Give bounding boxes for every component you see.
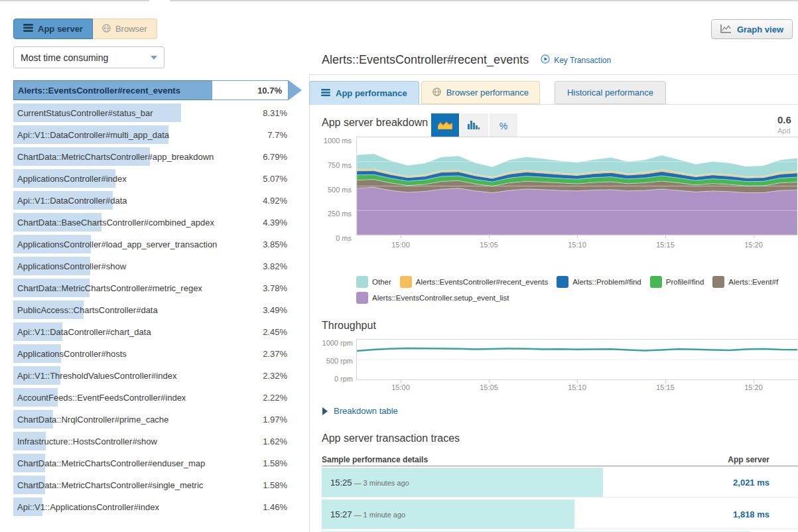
bar-chart-icon [468,120,481,131]
transaction-percent: 3.82% [263,261,287,271]
trace-duration: 1,818 ms [733,509,769,519]
app-root: App server Browser Most time consuming A… [0,0,798,532]
transaction-row[interactable]: ApplicationsController#load_app_server_t… [13,235,289,253]
transaction-row[interactable]: ApplicationsController#hosts2.37% [13,344,289,363]
transaction-row[interactable]: Api::V1::DataController#chart_data2.45% [13,322,289,341]
transaction-name: ChartData::NrqlController#prime_cache [13,415,168,425]
transaction-row[interactable]: CurrentStatusController#status_bar8.31% [13,103,289,122]
percent-label: % [499,121,507,131]
graph-view-label: Graph view [737,25,783,34]
legend-swatch [356,292,368,304]
transaction-percent: 10.7% [257,86,282,96]
legend-item: Alerts::EventsController#recent_events [400,276,548,288]
top-divider-left [0,0,149,1]
transaction-row[interactable]: PublicAccess::ChartsController#data3.49% [13,300,289,319]
legend-label: Other [372,278,391,286]
transaction-row[interactable]: ChartData::NrqlController#prime_cache1.9… [13,410,289,429]
tab-historical-performance[interactable]: Historical performance [555,81,666,104]
transaction-row[interactable]: Api::V1::DataController#data4.92% [13,191,289,210]
axis-tickmark [665,380,666,383]
transaction-percent: 1.97% [263,415,287,425]
transaction-name: Api::V1::DataController#data [13,196,127,206]
traces-col-appserver: App server [728,455,769,464]
trace-time-value: 15:27 [330,509,352,519]
axis-tickmark [489,235,490,238]
transaction-name: ChartData::MetricChartsController#enduse… [13,458,205,468]
throughput-section-title: Throughput [322,320,376,332]
browser-toggle-button[interactable]: Browser [93,19,157,39]
x-axis-tick: 15:05 [469,383,509,391]
tab-app-performance[interactable]: App performance [309,81,419,105]
axis-tickmark [577,235,578,238]
area-chart-button[interactable] [431,113,459,138]
transaction-percent: 4.39% [263,218,287,228]
transaction-name: Api::V1::DataController#multi_app_data [13,130,169,140]
transaction-name: ApplicationsController#show [13,261,126,271]
app-server-toggle-label: App server [38,24,83,34]
transaction-percent: 3.49% [263,305,287,315]
transaction-name: Alerts::EventsController#recent_events [14,86,180,96]
traces-header-border [322,466,798,466]
transaction-row[interactable]: Api::V1::ApplicationsController#index1.4… [13,498,289,516]
transaction-percent: 1.58% [263,458,287,468]
breakdown-table-link[interactable]: Breakdown table [322,406,398,416]
transaction-percent: 5.07% [263,174,287,184]
transaction-row[interactable]: ApplicationsController#show3.82% [13,257,289,275]
x-axis-tick: 15:00 [381,383,421,391]
apdex-value: 0.6 [777,114,791,125]
transaction-percent: 3.85% [263,239,287,249]
legend-swatch [400,276,412,288]
chevron-down-icon [151,56,157,60]
y-axis-tick: 250 ms [310,210,352,218]
transaction-row[interactable]: Infrastructure::HostsController#show1.62… [13,432,289,450]
transaction-name: Infrastructure::HostsController#show [13,436,157,446]
transaction-row[interactable]: ChartData::BaseChartsController#combined… [13,213,289,232]
tab-browser-performance[interactable]: Browser performance [421,81,540,104]
transaction-percent: 2.45% [263,327,287,337]
transaction-row[interactable]: Alerts::EventsController#recent_events10… [13,80,289,100]
transaction-row[interactable]: Api::V1::ThresholdValuesController#index… [13,366,289,385]
axis-tickmark [754,235,754,238]
chart-type-buttons: % [431,113,517,138]
legend-item: Alerts::Problem#find [557,276,641,288]
transaction-row[interactable]: ChartData::MetricChartsController#enduse… [13,454,289,472]
tab-label: Historical performance [567,88,653,98]
selected-percent-box: 10.7% [212,80,289,100]
legend-label: Alerts::Problem#find [572,278,641,286]
play-circle-icon [541,54,550,66]
transaction-name: Api::V1::DataController#chart_data [13,327,151,337]
disclosure-triangle-icon [322,407,328,415]
chart-legend: OtherAlerts::EventsController#recent_eve… [356,276,798,308]
legend-item: Alerts::Event#f [712,276,778,288]
transaction-row[interactable]: AccountFeeds::EventFeedsController#index… [13,388,289,407]
app-server-toggle-button[interactable]: App server [13,19,93,39]
trace-row[interactable]: 15:27— 1 minute ago1,818 ms [322,499,798,529]
traces-section-title: App server transaction traces [322,432,460,444]
breakdown-chart [356,137,798,235]
traces-table: 15:25— 3 minutes ago2,021 ms15:27— 1 min… [322,468,798,532]
y-axis-tick: 500 rpm [304,357,353,365]
sort-dropdown[interactable]: Most time consuming [13,46,165,68]
layers-icon [321,88,330,98]
graph-view-button[interactable]: Graph view [711,19,793,39]
bar-chart-button[interactable] [460,113,488,138]
percent-view-button[interactable]: % [490,113,517,138]
globe-icon [432,88,441,98]
page-title: Alerts::EventsController#recent_events [322,53,529,67]
transaction-row[interactable]: Api::V1::DataController#multi_app_data7.… [13,125,289,144]
trace-row[interactable]: 15:25— 3 minutes ago2,021 ms [322,468,798,498]
key-transaction-link[interactable]: Key Transaction [541,54,611,66]
panel-left-border [309,74,310,532]
transaction-name: ApplicationsController#load_app_server_t… [13,239,217,249]
legend-label: Alerts::EventsController.setup_event_lis… [372,294,509,302]
layers-icon [23,24,33,34]
trace-relative-time: — 3 minutes ago [354,479,409,487]
tab-label: App performance [336,88,407,98]
sort-dropdown-value: Most time consuming [21,52,108,63]
trace-timestamp: 15:25— 3 minutes ago [330,478,409,488]
transaction-row[interactable]: ApplicationsController#index5.07% [13,169,289,188]
line-chart-icon [720,24,732,35]
transaction-row[interactable]: ChartData::MetricChartsController#app_br… [13,147,289,166]
transaction-row[interactable]: ChartData::MetricChartsController#single… [13,476,289,494]
transaction-row[interactable]: ChartData::MetricChartsController#metric… [13,279,289,297]
